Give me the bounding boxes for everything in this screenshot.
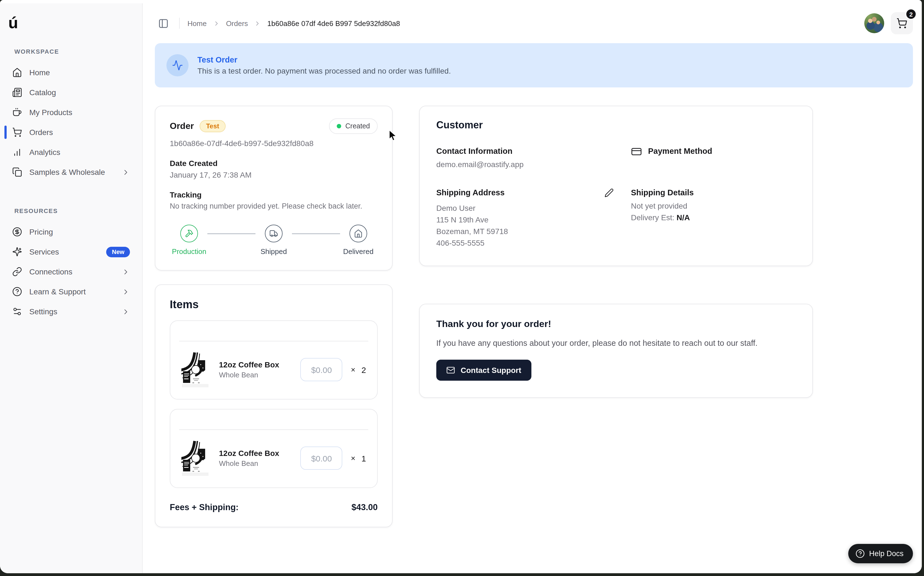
top-bar: Home Orders 1b60a86e 07df 4de6 B997 5de9…	[143, 3, 922, 43]
credit-card-icon	[631, 146, 642, 157]
desktop: ú WORKSPACE Home Catalog My Products	[0, 0, 924, 576]
breadcrumb-orders-link[interactable]: Orders	[226, 19, 248, 27]
thank-you-message: If you have any questions about your ord…	[436, 339, 796, 347]
shipping-address-label: Shipping Address	[436, 188, 504, 197]
sparkles-icon	[12, 247, 22, 257]
sidebar-item-catalog[interactable]: Catalog	[6, 82, 136, 102]
contact-information-block: Contact Information demo.email@roastify.…	[436, 147, 631, 170]
status-dot	[337, 124, 341, 128]
sidebar-item-my-products[interactable]: My Products	[6, 102, 136, 122]
item-name: 12oz Coffee Box	[219, 360, 279, 369]
stack-icon	[12, 167, 22, 177]
sidebar: ú WORKSPACE Home Catalog My Products	[0, 3, 143, 573]
tracking-label: Tracking	[170, 190, 378, 199]
sliders-icon	[12, 307, 22, 317]
status-label: Created	[345, 122, 370, 130]
item-divider	[179, 341, 368, 341]
tracking-message: No tracking number provided yet. Please …	[170, 202, 378, 210]
step-production: Production	[171, 225, 207, 256]
coffee-cup-icon	[12, 107, 22, 117]
address-phone: 406-555-5555	[436, 237, 631, 249]
truck-icon	[265, 225, 282, 242]
sidebar-item-learn-support[interactable]: Learn & Support	[6, 282, 136, 302]
link-icon	[12, 267, 22, 277]
shipping-details-block: Shipping Details Not yet provided Delive…	[631, 188, 796, 249]
payment-method-block: Payment Method	[631, 147, 796, 170]
order-item-row: 12oz Coffee Box Whole Bean × 1	[170, 409, 378, 488]
page-content: Test Order This is a test order. No paym…	[143, 43, 922, 573]
active-indicator-bar	[5, 126, 6, 139]
step-shipped: Shipped	[255, 225, 292, 256]
house-icon	[349, 225, 367, 242]
sidebar-item-home[interactable]: Home	[6, 62, 136, 82]
user-avatar[interactable]	[864, 13, 884, 33]
items-card: Items	[155, 285, 393, 527]
step-delivered: Delivered	[340, 225, 377, 256]
chevron-right-icon	[254, 20, 261, 27]
sidebar-item-label: Settings	[29, 307, 115, 316]
address-street: 115 N 19th Ave	[436, 214, 631, 226]
app-logo[interactable]: ú	[8, 15, 142, 31]
thank-you-title: Thank you for your order!	[436, 319, 796, 330]
panel-left-icon	[158, 18, 168, 29]
help-docs-button[interactable]: Help Docs	[848, 544, 913, 563]
topbar-divider	[179, 18, 180, 29]
payment-method-label: Payment Method	[648, 147, 712, 155]
sidebar-item-analytics[interactable]: Analytics	[6, 142, 136, 162]
sidebar-item-label: Learn & Support	[29, 287, 115, 296]
address-city: Bozeman, MT 59718	[436, 226, 631, 237]
contact-support-label: Contact Support	[461, 366, 521, 374]
sidebar-toggle-button[interactable]	[155, 15, 171, 32]
bar-chart-icon	[12, 147, 22, 157]
customer-card: Customer Contact Information demo.email@…	[419, 106, 813, 266]
cart-count-badge: 2	[905, 8, 917, 20]
customer-card-title: Customer	[436, 120, 796, 131]
address-name: Demo User	[436, 203, 631, 214]
chevron-right-icon	[212, 20, 220, 27]
breadcrumb-home-link[interactable]: Home	[187, 19, 206, 27]
shopping-cart-icon	[12, 127, 22, 137]
item-divider	[179, 429, 368, 430]
item-name: 12oz Coffee Box	[219, 449, 279, 458]
help-circle-icon	[12, 286, 22, 297]
test-badge: Test	[199, 120, 226, 132]
sidebar-item-label: Analytics	[29, 148, 130, 157]
item-quantity: 1	[361, 453, 366, 463]
sidebar-item-label: Services	[29, 247, 99, 256]
edit-address-button[interactable]	[603, 188, 614, 199]
sidebar-item-connections[interactable]: Connections	[6, 262, 136, 282]
order-id: 1b60a86e-07df-4de6-b997-5de932fd80a8	[170, 139, 378, 148]
activity-icon	[166, 54, 188, 76]
item-quantity: 2	[361, 365, 366, 374]
window-top-edge	[0, 0, 922, 3]
step-connector	[207, 234, 255, 234]
fees-shipping-label: Fees + Shipping:	[170, 502, 239, 512]
items-card-title: Items	[170, 298, 378, 311]
chevron-right-icon	[122, 168, 130, 176]
item-price-input[interactable]	[300, 358, 343, 381]
dollar-circle-icon	[12, 227, 22, 237]
order-item-row: 12oz Coffee Box Whole Bean × 2	[170, 320, 378, 400]
breadcrumb: Home Orders 1b60a86e 07df 4de6 B997 5de9…	[187, 19, 400, 27]
sidebar-item-services[interactable]: Services New	[6, 242, 136, 262]
item-variant: Whole Bean	[219, 371, 279, 379]
sidebar-item-pricing[interactable]: Pricing	[6, 222, 136, 242]
order-card-title: Order	[170, 121, 194, 131]
sidebar-item-orders[interactable]: Orders	[6, 122, 136, 142]
contact-support-button[interactable]: Contact Support	[436, 360, 531, 381]
quantity-times-sign: ×	[351, 365, 355, 374]
question-circle-icon	[855, 549, 865, 558]
sidebar-item-settings[interactable]: Settings	[6, 302, 136, 322]
shipping-details-label: Shipping Details	[631, 188, 796, 197]
sidebar-item-label: Catalog	[29, 88, 130, 97]
contact-information-label: Contact Information	[436, 147, 631, 155]
workspace-nav: Home Catalog My Products Orders	[0, 62, 142, 182]
breadcrumb-current-order-id: 1b60a86e 07df 4de6 B997 5de932fd80a8	[267, 19, 400, 27]
app-window: ú WORKSPACE Home Catalog My Products	[0, 0, 922, 573]
item-price-input[interactable]	[300, 446, 343, 470]
sidebar-item-samples-wholesale[interactable]: Samples & Wholesale	[6, 162, 136, 182]
new-badge: New	[107, 246, 130, 257]
product-image	[181, 351, 209, 388]
chevron-right-icon	[122, 288, 130, 296]
order-card: Order Test Created 1b60a86e-07df-4de6-b9…	[155, 106, 393, 270]
